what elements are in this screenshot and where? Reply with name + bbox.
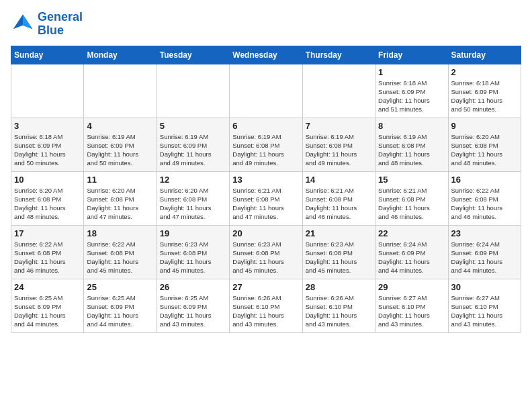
day-number: 20: [232, 228, 299, 238]
day-info: Sunrise: 6:21 AM Sunset: 6:08 PM Dayligh…: [378, 186, 445, 222]
calendar-day-cell: 8Sunrise: 6:19 AM Sunset: 6:08 PM Daylig…: [375, 118, 448, 171]
calendar-week-row: 3Sunrise: 6:18 AM Sunset: 6:09 PM Daylig…: [11, 118, 521, 171]
day-number: 6: [232, 121, 299, 131]
day-info: Sunrise: 6:24 AM Sunset: 6:09 PM Dayligh…: [378, 240, 445, 275]
calendar-day-cell: 19Sunrise: 6:23 AM Sunset: 6:08 PM Dayli…: [157, 225, 229, 279]
day-number: 19: [160, 228, 226, 238]
calendar-day-cell: 13Sunrise: 6:21 AM Sunset: 6:08 PM Dayli…: [230, 171, 302, 225]
calendar-day-cell: 6Sunrise: 6:19 AM Sunset: 6:08 PM Daylig…: [230, 118, 302, 171]
calendar-day-cell: 25Sunrise: 6:25 AM Sunset: 6:09 PM Dayli…: [84, 279, 157, 332]
day-of-week-header: Sunday: [11, 46, 84, 64]
day-number: 21: [306, 228, 372, 238]
day-info: Sunrise: 6:23 AM Sunset: 6:08 PM Dayligh…: [160, 240, 226, 275]
day-of-week-header: Monday: [84, 46, 157, 64]
calendar-day-cell: 17Sunrise: 6:22 AM Sunset: 6:08 PM Dayli…: [11, 225, 84, 279]
day-number: 7: [306, 121, 372, 131]
calendar-day-cell: 28Sunrise: 6:26 AM Sunset: 6:10 PM Dayli…: [302, 279, 375, 332]
day-info: Sunrise: 6:27 AM Sunset: 6:10 PM Dayligh…: [451, 293, 518, 329]
calendar-week-row: 17Sunrise: 6:22 AM Sunset: 6:08 PM Dayli…: [11, 225, 521, 279]
day-info: Sunrise: 6:22 AM Sunset: 6:08 PM Dayligh…: [87, 240, 153, 275]
day-number: 3: [14, 121, 81, 131]
day-number: 26: [160, 282, 226, 292]
day-number: 17: [14, 228, 81, 238]
calendar-week-row: 10Sunrise: 6:20 AM Sunset: 6:08 PM Dayli…: [11, 171, 521, 225]
calendar-day-cell: [302, 64, 375, 118]
logo-icon: [11, 12, 35, 36]
day-info: Sunrise: 6:27 AM Sunset: 6:10 PM Dayligh…: [378, 293, 445, 329]
day-of-week-header: Saturday: [448, 46, 521, 64]
calendar-day-cell: [157, 64, 229, 118]
day-info: Sunrise: 6:22 AM Sunset: 6:08 PM Dayligh…: [14, 240, 81, 275]
day-info: Sunrise: 6:20 AM Sunset: 6:08 PM Dayligh…: [14, 186, 81, 222]
calendar-day-cell: 29Sunrise: 6:27 AM Sunset: 6:10 PM Dayli…: [375, 279, 448, 332]
calendar-day-cell: 5Sunrise: 6:19 AM Sunset: 6:09 PM Daylig…: [157, 118, 229, 171]
calendar-header: SundayMondayTuesdayWednesdayThursdayFrid…: [11, 46, 521, 64]
day-number: 12: [160, 175, 226, 185]
day-info: Sunrise: 6:24 AM Sunset: 6:09 PM Dayligh…: [451, 240, 518, 275]
day-info: Sunrise: 6:18 AM Sunset: 6:09 PM Dayligh…: [378, 79, 445, 114]
day-info: Sunrise: 6:19 AM Sunset: 6:08 PM Dayligh…: [378, 132, 445, 168]
calendar-week-row: 24Sunrise: 6:25 AM Sunset: 6:09 PM Dayli…: [11, 279, 521, 332]
calendar-day-cell: 9Sunrise: 6:20 AM Sunset: 6:08 PM Daylig…: [448, 118, 521, 171]
day-of-week-header: Tuesday: [157, 46, 229, 64]
day-info: Sunrise: 6:18 AM Sunset: 6:09 PM Dayligh…: [451, 79, 518, 114]
day-number: 28: [306, 282, 372, 292]
calendar-day-cell: 2Sunrise: 6:18 AM Sunset: 6:09 PM Daylig…: [448, 64, 521, 118]
day-info: Sunrise: 6:19 AM Sunset: 6:08 PM Dayligh…: [232, 132, 299, 168]
day-number: 5: [160, 121, 226, 131]
day-number: 2: [451, 67, 518, 77]
page-header: General Blue: [11, 11, 521, 38]
day-of-week-header: Friday: [375, 46, 448, 64]
day-info: Sunrise: 6:23 AM Sunset: 6:08 PM Dayligh…: [306, 240, 372, 275]
calendar-day-cell: 20Sunrise: 6:23 AM Sunset: 6:08 PM Dayli…: [230, 225, 302, 279]
day-number: 27: [232, 282, 299, 292]
svg-marker-1: [23, 14, 32, 29]
calendar-day-cell: 11Sunrise: 6:20 AM Sunset: 6:08 PM Dayli…: [84, 171, 157, 225]
day-number: 13: [232, 175, 299, 185]
day-of-week-header: Thursday: [302, 46, 375, 64]
day-number: 24: [14, 282, 81, 292]
day-number: 14: [306, 175, 372, 185]
calendar-day-cell: [11, 64, 84, 118]
calendar-day-cell: 30Sunrise: 6:27 AM Sunset: 6:10 PM Dayli…: [448, 279, 521, 332]
calendar-day-cell: 10Sunrise: 6:20 AM Sunset: 6:08 PM Dayli…: [11, 171, 84, 225]
day-info: Sunrise: 6:20 AM Sunset: 6:08 PM Dayligh…: [451, 132, 518, 168]
day-number: 8: [378, 121, 445, 131]
day-number: 4: [87, 121, 153, 131]
day-info: Sunrise: 6:19 AM Sunset: 6:08 PM Dayligh…: [306, 132, 372, 168]
day-info: Sunrise: 6:23 AM Sunset: 6:08 PM Dayligh…: [232, 240, 299, 275]
day-info: Sunrise: 6:21 AM Sunset: 6:08 PM Dayligh…: [306, 186, 372, 222]
day-info: Sunrise: 6:20 AM Sunset: 6:08 PM Dayligh…: [160, 186, 226, 222]
day-info: Sunrise: 6:25 AM Sunset: 6:09 PM Dayligh…: [87, 293, 153, 329]
day-info: Sunrise: 6:22 AM Sunset: 6:08 PM Dayligh…: [451, 186, 518, 222]
calendar-day-cell: 27Sunrise: 6:26 AM Sunset: 6:10 PM Dayli…: [230, 279, 302, 332]
calendar-day-cell: 24Sunrise: 6:25 AM Sunset: 6:09 PM Dayli…: [11, 279, 84, 332]
day-number: 25: [87, 282, 153, 292]
calendar-day-cell: 16Sunrise: 6:22 AM Sunset: 6:08 PM Dayli…: [448, 171, 521, 225]
calendar-week-row: 1Sunrise: 6:18 AM Sunset: 6:09 PM Daylig…: [11, 64, 521, 118]
logo-text: General Blue: [38, 11, 83, 38]
calendar-day-cell: [230, 64, 302, 118]
day-info: Sunrise: 6:21 AM Sunset: 6:08 PM Dayligh…: [232, 186, 299, 222]
day-of-week-header: Wednesday: [230, 46, 302, 64]
calendar-day-cell: [84, 64, 157, 118]
day-number: 18: [87, 228, 153, 238]
day-number: 11: [87, 175, 153, 185]
calendar-table: SundayMondayTuesdayWednesdayThursdayFrid…: [11, 46, 521, 333]
calendar-day-cell: 23Sunrise: 6:24 AM Sunset: 6:09 PM Dayli…: [448, 225, 521, 279]
calendar-day-cell: 1Sunrise: 6:18 AM Sunset: 6:09 PM Daylig…: [375, 64, 448, 118]
day-number: 22: [378, 228, 445, 238]
logo: General Blue: [11, 11, 83, 38]
day-info: Sunrise: 6:26 AM Sunset: 6:10 PM Dayligh…: [232, 293, 299, 329]
calendar-day-cell: 4Sunrise: 6:19 AM Sunset: 6:09 PM Daylig…: [84, 118, 157, 171]
calendar-day-cell: 18Sunrise: 6:22 AM Sunset: 6:08 PM Dayli…: [84, 225, 157, 279]
day-info: Sunrise: 6:20 AM Sunset: 6:08 PM Dayligh…: [87, 186, 153, 222]
day-info: Sunrise: 6:19 AM Sunset: 6:09 PM Dayligh…: [160, 132, 226, 168]
day-number: 10: [14, 175, 81, 185]
day-info: Sunrise: 6:26 AM Sunset: 6:10 PM Dayligh…: [306, 293, 372, 329]
calendar-day-cell: 7Sunrise: 6:19 AM Sunset: 6:08 PM Daylig…: [302, 118, 375, 171]
day-info: Sunrise: 6:19 AM Sunset: 6:09 PM Dayligh…: [87, 132, 153, 168]
calendar-day-cell: 26Sunrise: 6:25 AM Sunset: 6:09 PM Dayli…: [157, 279, 229, 332]
day-info: Sunrise: 6:18 AM Sunset: 6:09 PM Dayligh…: [14, 132, 81, 168]
calendar-day-cell: 22Sunrise: 6:24 AM Sunset: 6:09 PM Dayli…: [375, 225, 448, 279]
